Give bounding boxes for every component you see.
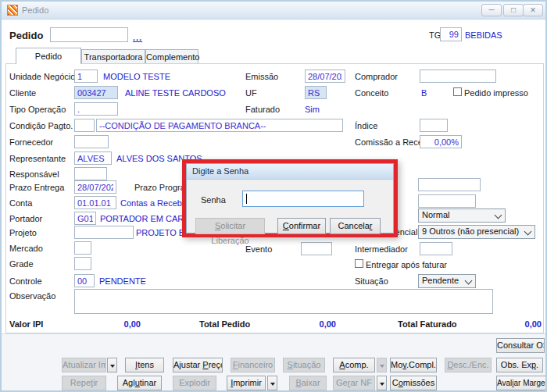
obs-exp-button[interactable]: Obs. Exp. (496, 358, 543, 372)
imprimir-dropdown-icon[interactable] (267, 376, 277, 390)
uf-label: UF (245, 88, 257, 98)
total-faturado-value: 0,00 (496, 319, 542, 329)
acomp-dropdown-icon (377, 358, 387, 372)
ajustar-precos-button[interactable]: Ajustar Preços (173, 358, 223, 372)
condicao-pagto-input[interactable] (74, 119, 95, 132)
cliente-input[interactable] (74, 86, 118, 99)
condicao-pagto-label: Condição Pagto. (9, 121, 73, 130)
password-dialog-highlight: Digite a Senha Senha Solicitar Liberação… (182, 159, 398, 237)
tab-transportadora[interactable]: Transportadora (81, 49, 145, 64)
evento-input[interactable] (301, 242, 332, 255)
mercado-input[interactable] (74, 241, 91, 255)
minimize-button[interactable]: ─ (481, 4, 502, 16)
confirmar-button[interactable]: Confirmar (277, 218, 326, 234)
situacao-select[interactable]: Pendente (418, 274, 476, 288)
close-button[interactable]: × (523, 4, 543, 16)
solicitar-liberacao-button: Solicitar Liberação (195, 218, 265, 234)
itens-button[interactable]: Itens (125, 358, 164, 372)
fornecedor-input[interactable] (74, 135, 109, 148)
chevron-down-icon (465, 277, 473, 285)
pedido-window: Pedido ─ □ × Pedido ... TG BEBIDAS Pedid… (0, 0, 547, 392)
comissoes-button[interactable]: Comissões (390, 376, 437, 390)
intermediador-input[interactable] (420, 242, 452, 255)
comprador-input[interactable] (420, 69, 496, 83)
pedido-impresso-checkbox[interactable] (453, 87, 462, 96)
window-title: Pedido (22, 5, 48, 15)
aglutinar-button[interactable]: Aglutinar (117, 376, 162, 390)
mov-compl-button[interactable]: Mov.Compl. (390, 358, 437, 372)
responsavel-input[interactable] (74, 167, 107, 180)
tipo-operacao-input[interactable] (74, 102, 118, 116)
comissao-receber-input[interactable] (420, 135, 462, 148)
faturado-value: Sim (305, 105, 320, 114)
repetir-button: Repetir (62, 376, 106, 390)
evento-label: Evento (245, 244, 272, 254)
tab-complemento[interactable]: Complemento (145, 49, 198, 64)
text-caret (246, 194, 247, 204)
atualizar-imp-button: Atualizar Imp (62, 358, 106, 372)
conta-label: Conta (9, 198, 32, 208)
controle-input[interactable] (74, 274, 95, 287)
cliente-desc: ALINE TESTE CARDOSO (125, 88, 226, 98)
prazo-programada-input[interactable] (418, 178, 481, 191)
uf-input[interactable] (305, 86, 327, 99)
unidade-negocio-input[interactable] (74, 69, 98, 83)
situacao-value: Pendente (422, 276, 459, 285)
imprimir-button[interactable]: Imprimir (227, 376, 266, 390)
pedido-impresso-label: Pedido impresso (464, 88, 528, 98)
gerar-nf-dropdown-icon[interactable] (377, 376, 387, 390)
senha-input[interactable] (242, 191, 364, 207)
responsavel-label: Responsável (9, 169, 59, 179)
observacao-textarea[interactable] (74, 289, 493, 314)
acomp-button[interactable]: Acomp. (333, 358, 375, 372)
projeto-input[interactable] (74, 226, 134, 239)
chevron-down-icon (524, 228, 532, 236)
conta-desc: Contas a Receber (120, 198, 190, 208)
avaliar-margem-button[interactable]: Avaliar Margem (496, 376, 546, 390)
entregar-apos-faturar-checkbox[interactable] (355, 259, 363, 268)
comprador-label: Comprador (355, 72, 398, 81)
atualizar-imp-dropdown-icon[interactable] (107, 358, 117, 372)
right-extra-input[interactable] (418, 194, 476, 208)
pedido-number-input[interactable] (50, 27, 128, 42)
emissao-input[interactable] (305, 69, 345, 83)
password-dialog: Digite a Senha Senha Solicitar Liberação… (186, 163, 394, 233)
presencial-select[interactable]: 9 Outros (não presencial) (418, 225, 535, 239)
projeto-label: Projeto (9, 228, 37, 237)
indice-label: Índice (355, 121, 377, 130)
gerar-nf-button: Gerar NF (333, 376, 375, 390)
chevron-down-icon (495, 212, 502, 219)
controle-desc: PENDENTE (99, 276, 146, 286)
conceito-value: B (421, 88, 427, 98)
tg-input[interactable] (440, 27, 462, 41)
presencial-value: 9 Outros (não presencial) (422, 226, 519, 236)
tab-pedido[interactable]: Pedido (16, 48, 81, 64)
consultar-os-button[interactable]: Consultar OS (496, 338, 545, 353)
prazo-entrega-input[interactable] (74, 180, 116, 194)
password-dialog-titlebar: Digite a Senha (187, 164, 393, 180)
desc-enc-button: Desc./Enc. (445, 358, 492, 372)
condicao-pagto-desc-input[interactable] (96, 119, 343, 132)
grade-label: Grade (9, 259, 34, 269)
entregar-apos-faturar-label: Entregar após faturar (366, 260, 447, 269)
situacao-label: Situação (355, 276, 388, 286)
maximize-button[interactable]: □ (503, 4, 524, 16)
emissao-label: Emissão (245, 72, 278, 81)
valor-ipi-label: Valor IPI (9, 319, 43, 329)
pedido-browse-link[interactable]: ... (133, 33, 142, 42)
portador-label: Portador (9, 214, 42, 223)
financeiro-button: Financeiro (231, 358, 275, 372)
tipo-operacao-label: Tipo Operação (9, 105, 66, 114)
controle-label: Controle (9, 276, 42, 286)
total-faturado-label: Total Faturado (398, 319, 457, 329)
representante-input[interactable] (74, 151, 112, 165)
entrega-tipo-select[interactable]: Normal (418, 208, 506, 223)
tg-description: BEBIDAS (465, 30, 502, 40)
conta-input[interactable] (74, 196, 116, 209)
grade-input[interactable] (74, 257, 91, 270)
tg-label: TG (429, 30, 441, 40)
prazo-entrega-label: Prazo Entrega (9, 183, 64, 192)
portador-input[interactable] (74, 212, 96, 225)
indice-input[interactable] (420, 119, 448, 132)
cancelar-button[interactable]: Cancelar (330, 218, 381, 234)
